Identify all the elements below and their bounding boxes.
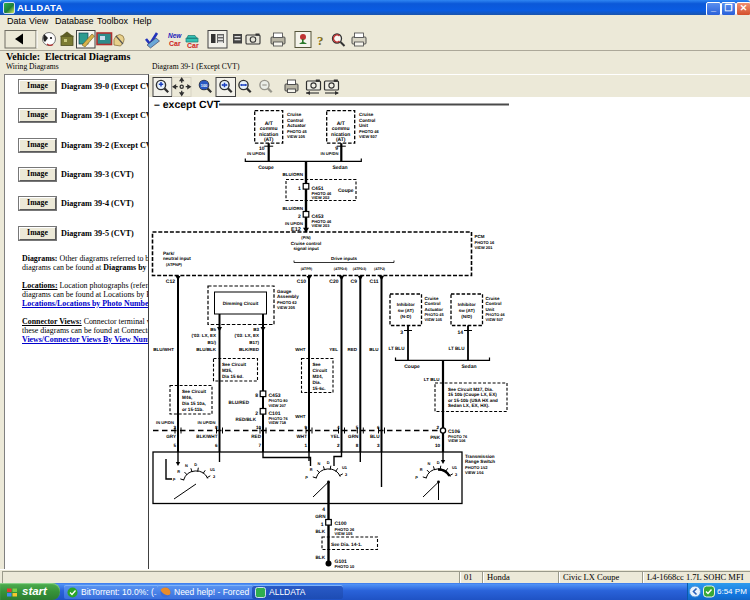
svg-text:WHT: WHT [295,414,305,419]
svg-text:D: D [194,462,197,467]
svg-text:M34,: M34, [313,374,323,379]
svg-text:(ATPD3): (ATPD3) [353,267,367,271]
svg-text:RED: RED [347,347,357,352]
svg-text:LT BLU: LT BLU [449,346,466,351]
svg-text:2: 2 [337,443,340,448]
svg-text:M35,: M35, [222,368,232,373]
svg-text:2: 2 [436,425,439,430]
svg-text:R: R [310,467,313,472]
svg-text:BLK/RED: BLK/RED [239,347,260,352]
svg-text:Actuator: Actuator [287,123,306,128]
svg-text:sw (AT): sw (AT) [398,308,414,313]
svg-text:C10: C10 [297,279,306,285]
svg-text:See Circuit: See Circuit [182,389,206,394]
svg-text:6: 6 [215,443,218,448]
svg-text:U1: U1 [452,465,458,470]
svg-text:('03: LX, EX: ('03: LX, EX [191,333,216,338]
svg-text:Control: Control [359,118,375,123]
svg-text:Dia 15 6d.: Dia 15 6d. [222,374,243,379]
svg-text:(ATPD4): (ATPD4) [334,267,348,271]
svg-text:VIEW 105: VIEW 105 [287,134,306,139]
svg-text:GRY: GRY [166,434,176,439]
svg-text:10: 10 [256,425,262,430]
svg-text:Cruise: Cruise [486,296,501,301]
svg-text:LT BLU: LT BLU [424,377,440,382]
svg-text:Cruise: Cruise [287,112,302,117]
svg-text:D: D [327,460,330,465]
svg-text:YEL: YEL [331,434,340,439]
svg-text:Range Switch: Range Switch [465,459,495,464]
svg-text:IN UP/DN: IN UP/DN [198,420,216,425]
svg-text:(AT): (AT) [336,137,346,143]
svg-text:Coupe: Coupe [404,364,420,370]
svg-text:Drive inputs: Drive inputs [331,256,358,261]
svg-text:U1: U1 [342,465,348,470]
svg-text:P: P [305,475,308,480]
svg-text:or 15-11b.: or 15-11b. [182,407,203,412]
svg-text:U1: U1 [210,467,216,472]
svg-text:(P/N): (P/N) [301,235,311,240]
svg-text:14: 14 [457,330,463,336]
svg-text:BLU: BLU [369,347,378,352]
svg-text:Inhibitor: Inhibitor [397,302,415,307]
svg-text:3: 3 [377,443,380,448]
svg-text:C20: C20 [329,279,338,285]
svg-text:('03: LX, EX: ('03: LX, EX [234,333,259,338]
svg-text:(ATPR): (ATPR) [301,267,313,271]
svg-text:5: 5 [173,443,176,448]
svg-text:WHT: WHT [297,434,308,439]
svg-text:PCM: PCM [475,234,485,239]
svg-text:Dia 15 10a,: Dia 15 10a, [182,401,206,406]
svg-text:VIEW 718: VIEW 718 [269,420,287,425]
svg-text:signal input: signal input [293,246,319,251]
svg-text:C11: C11 [370,279,379,285]
svg-text:Control: Control [287,118,303,123]
svg-text:B5: B5 [210,327,216,332]
svg-text:Gauge: Gauge [277,289,292,294]
svg-text:GRN: GRN [348,434,359,439]
svg-text:Car: Car [169,40,181,47]
svg-text:BLU/ORN: BLU/ORN [283,206,304,211]
svg-text:Dimming Circuit: Dimming Circuit [223,301,259,306]
svg-text:3: 3 [400,330,403,336]
svg-text:VIEW 105: VIEW 105 [425,317,443,322]
svg-text:Sedan: Sedan [461,364,476,370]
svg-text:B1/): B1/) [207,340,216,345]
svg-text:(ATPNP): (ATPNP) [166,262,183,267]
svg-text:VIEW 205: VIEW 205 [277,305,296,310]
svg-text:P: P [415,475,418,480]
svg-text:15 10b (Coupe LX, EX): 15 10b (Coupe LX, EX) [448,392,497,397]
svg-text:C9: C9 [351,279,358,285]
svg-text:– except CVT: – except CVT [154,99,221,111]
svg-text:VIEW 507: VIEW 507 [486,317,504,322]
svg-text:10: 10 [435,443,441,448]
svg-text:IN UP/DN: IN UP/DN [321,151,339,156]
svg-text:See Circuit M37, Dia.: See Circuit M37, Dia. [448,387,493,392]
svg-text:C12: C12 [166,279,175,285]
svg-text:B17): B17) [249,340,259,345]
svg-text:2: 2 [455,472,458,477]
svg-text:IN UP/DN: IN UP/DN [247,151,265,156]
svg-text:M46,: M46, [182,395,192,400]
svg-text:VIEW 202: VIEW 202 [312,195,331,200]
svg-text:IN UP/DN: IN UP/DN [285,221,303,226]
svg-text:8: 8 [356,443,359,448]
svg-text:1: 1 [298,186,301,192]
svg-text:8: 8 [255,393,258,399]
svg-text:4: 4 [322,507,325,513]
svg-text:YEL: YEL [329,347,338,352]
svg-text:PNK: PNK [430,435,440,440]
svg-text:See: See [313,362,322,367]
svg-text:VIEW 104: VIEW 104 [465,470,484,475]
svg-text:(ATP2): (ATP2) [374,267,385,271]
svg-text:VIEW 507: VIEW 507 [359,134,378,139]
svg-text:D: D [437,460,440,465]
svg-text:Sedan: Sedan [332,165,347,171]
svg-text:New: New [168,32,182,39]
svg-text:VIEW 105: VIEW 105 [335,531,354,536]
svg-text:15-6c.: 15-6c. [313,386,326,391]
svg-text:Coupe: Coupe [338,188,354,194]
svg-text:Cruise: Cruise [425,296,440,301]
svg-text:Transmission: Transmission [465,454,495,459]
svg-text:1: 1 [304,443,307,448]
